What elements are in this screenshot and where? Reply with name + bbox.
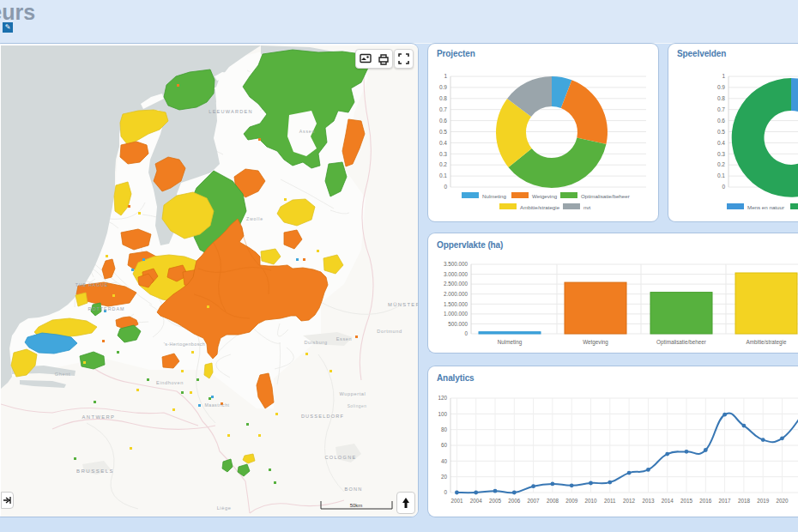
svg-text:0.5: 0.5 bbox=[717, 129, 725, 135]
svg-text:Zwolle: Zwolle bbox=[246, 216, 263, 221]
svg-text:3.000.000: 3.000.000 bbox=[444, 271, 469, 277]
svg-text:LEEUWARDEN: LEEUWARDEN bbox=[209, 109, 252, 114]
svg-text:BONN: BONN bbox=[345, 487, 363, 492]
svg-text:0.9: 0.9 bbox=[439, 84, 447, 90]
svg-text:Wetgeving: Wetgeving bbox=[583, 339, 608, 346]
svg-text:THE HAGUE: THE HAGUE bbox=[76, 282, 108, 287]
svg-text:2016: 2016 bbox=[699, 498, 712, 504]
svg-text:Wuppertal: Wuppertal bbox=[340, 391, 366, 396]
svg-text:120: 120 bbox=[438, 395, 447, 401]
svg-text:Wetgeving: Wetgeving bbox=[532, 193, 558, 199]
svg-text:2012: 2012 bbox=[623, 498, 636, 504]
svg-text:0.1: 0.1 bbox=[717, 172, 725, 178]
svg-text:2010: 2010 bbox=[584, 498, 597, 504]
svg-text:0.3: 0.3 bbox=[717, 151, 725, 157]
svg-text:0.2: 0.2 bbox=[717, 161, 725, 167]
svg-text:0.6: 0.6 bbox=[439, 118, 447, 124]
svg-text:3.500.000: 3.500.000 bbox=[444, 261, 469, 267]
svg-text:Ambitie/strategie: Ambitie/strategie bbox=[747, 339, 787, 346]
svg-text:Eindhoven: Eindhoven bbox=[156, 380, 184, 385]
svg-text:COLOGNE: COLOGNE bbox=[324, 455, 356, 460]
svg-text:Ambitie/strategie: Ambitie/strategie bbox=[520, 204, 560, 210]
svg-text:2.000.000: 2.000.000 bbox=[444, 291, 469, 297]
svg-text:Dortmund: Dortmund bbox=[377, 329, 402, 334]
svg-text:2005: 2005 bbox=[489, 498, 502, 504]
svg-text:0: 0 bbox=[444, 184, 447, 190]
svg-text:Ghent: Ghent bbox=[55, 372, 71, 377]
svg-text:'s-Hertogenbosch: 's-Hertogenbosch bbox=[164, 342, 205, 347]
svg-text:DUSSELDORF: DUSSELDORF bbox=[301, 414, 344, 419]
svg-text:2009: 2009 bbox=[565, 498, 578, 504]
svg-text:1.000.000: 1.000.000 bbox=[444, 311, 469, 317]
svg-text:100: 100 bbox=[438, 411, 447, 417]
svg-text:2008: 2008 bbox=[547, 498, 559, 504]
svg-text:1.500.000: 1.500.000 bbox=[444, 301, 469, 307]
svg-text:Nulmeting: Nulmeting bbox=[482, 193, 506, 199]
svg-text:ROTTERDAM: ROTTERDAM bbox=[88, 306, 124, 311]
svg-text:1: 1 bbox=[444, 73, 447, 79]
svg-text:60: 60 bbox=[441, 442, 448, 448]
svg-text:2011: 2011 bbox=[604, 498, 616, 504]
svg-text:0.4: 0.4 bbox=[717, 140, 725, 146]
svg-text:2020: 2020 bbox=[776, 498, 789, 504]
svg-text:Assen: Assen bbox=[299, 129, 315, 134]
svg-text:2019: 2019 bbox=[757, 498, 770, 504]
svg-text:Optimalisatie/beheer: Optimalisatie/beheer bbox=[581, 193, 630, 199]
svg-text:0.3: 0.3 bbox=[439, 151, 447, 157]
svg-text:2014: 2014 bbox=[662, 498, 674, 504]
svg-text:Essen: Essen bbox=[336, 336, 353, 342]
svg-text:0.7: 0.7 bbox=[439, 106, 447, 112]
svg-text:2015: 2015 bbox=[680, 498, 693, 504]
svg-text:2017: 2017 bbox=[719, 498, 732, 504]
svg-text:Nulmeting: Nulmeting bbox=[498, 339, 523, 346]
svg-text:500.000: 500.000 bbox=[448, 321, 468, 327]
svg-text:Liège: Liège bbox=[217, 505, 232, 511]
svg-text:2013: 2013 bbox=[642, 498, 655, 504]
svg-text:MÜNSTER: MÜNSTER bbox=[388, 302, 419, 307]
svg-text:BRUSSELS: BRUSSELS bbox=[76, 469, 114, 474]
svg-text:Maastricht: Maastricht bbox=[205, 402, 230, 408]
svg-text:40: 40 bbox=[441, 458, 448, 464]
svg-text:20: 20 bbox=[441, 474, 448, 480]
svg-text:nvt: nvt bbox=[583, 204, 591, 210]
svg-text:0.2: 0.2 bbox=[439, 161, 447, 167]
svg-text:80: 80 bbox=[441, 426, 448, 432]
svg-text:2001: 2001 bbox=[450, 498, 463, 504]
svg-text:2007: 2007 bbox=[528, 498, 541, 504]
svg-text:Mens en natuur: Mens en natuur bbox=[747, 204, 784, 210]
svg-text:0: 0 bbox=[444, 489, 447, 495]
svg-text:0.4: 0.4 bbox=[439, 140, 447, 146]
svg-text:2004: 2004 bbox=[470, 498, 483, 504]
svg-text:0.9: 0.9 bbox=[717, 84, 725, 90]
svg-text:0.7: 0.7 bbox=[717, 106, 725, 112]
svg-text:2.500.000: 2.500.000 bbox=[444, 281, 469, 287]
svg-text:Solingen: Solingen bbox=[348, 404, 367, 408]
svg-text:0.8: 0.8 bbox=[439, 95, 447, 101]
svg-text:Optimalisatie/beheer: Optimalisatie/beheer bbox=[656, 339, 706, 346]
svg-text:0: 0 bbox=[464, 330, 468, 336]
svg-text:ANTWERP: ANTWERP bbox=[82, 414, 116, 420]
svg-text:0.1: 0.1 bbox=[439, 172, 447, 178]
svg-text:2018: 2018 bbox=[738, 498, 751, 504]
svg-text:0: 0 bbox=[722, 184, 725, 190]
svg-text:50km: 50km bbox=[350, 503, 363, 508]
svg-text:1: 1 bbox=[722, 73, 725, 79]
svg-text:0.5: 0.5 bbox=[439, 129, 447, 135]
svg-text:0.6: 0.6 bbox=[717, 118, 725, 124]
svg-text:2006: 2006 bbox=[508, 498, 521, 504]
svg-text:Duisburg: Duisburg bbox=[304, 340, 327, 345]
svg-text:0.8: 0.8 bbox=[717, 95, 725, 101]
